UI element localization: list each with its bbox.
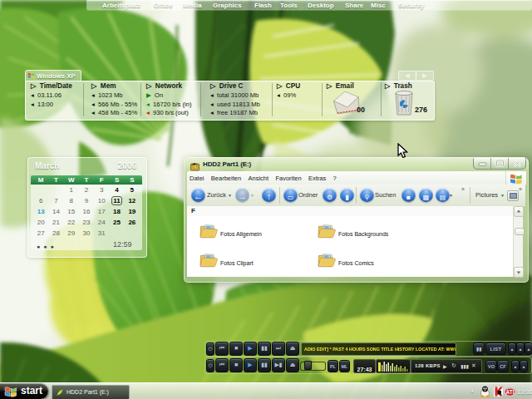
svg-text:ATI: ATI: [506, 388, 515, 394]
